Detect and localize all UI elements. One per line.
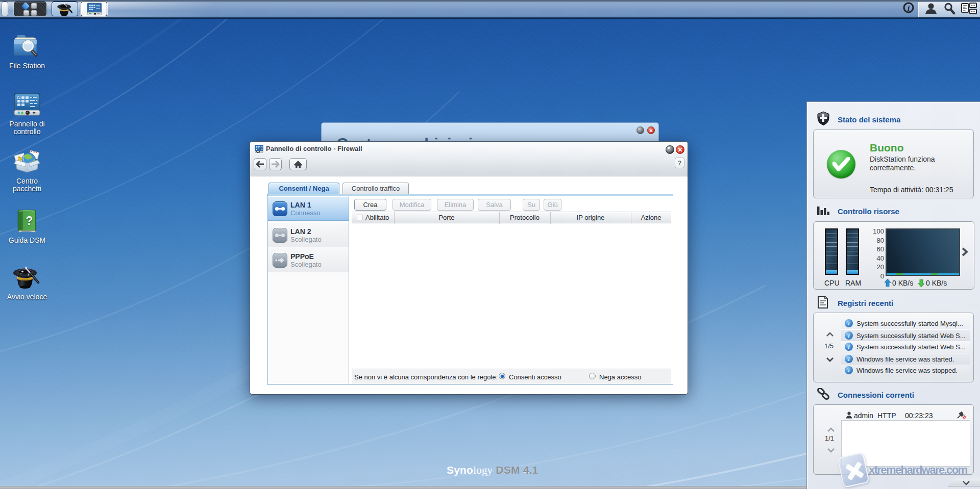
svg-text:?: ? — [26, 214, 33, 227]
svg-text:i: i — [908, 4, 910, 12]
